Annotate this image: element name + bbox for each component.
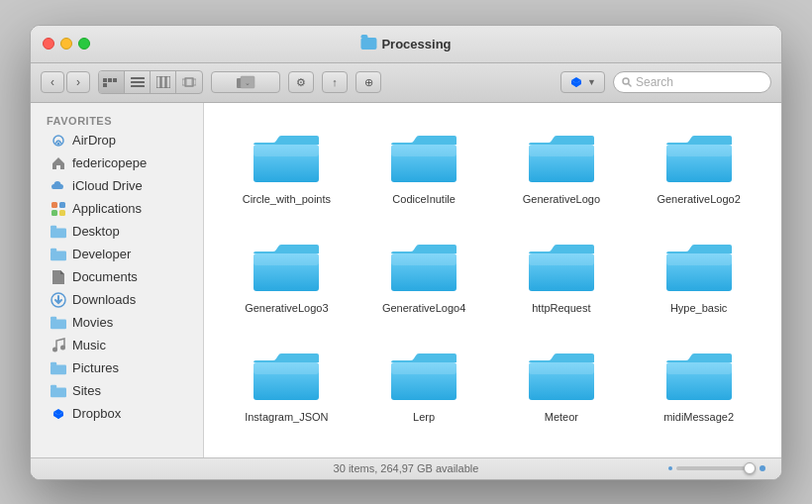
statusbar: 30 items, 264,97 GB available <box>31 457 781 479</box>
svg-rect-49 <box>666 145 732 156</box>
svg-rect-59 <box>254 362 319 374</box>
folder-icon-large <box>252 240 321 295</box>
path-icon: ⌄ <box>236 74 255 90</box>
list-icon <box>131 76 145 88</box>
file-name: midiMessage2 <box>663 410 734 424</box>
sidebar-item-label: AirDrop <box>72 133 116 148</box>
svg-rect-43 <box>254 145 319 156</box>
finder-window: Processing ‹ › <box>30 25 782 480</box>
sidebar-item-label: Documents <box>72 269 138 284</box>
dropbox-toolbar-button[interactable]: ▼ <box>560 71 605 93</box>
svg-rect-21 <box>59 202 65 208</box>
dropbox-chevron: ▼ <box>587 77 596 87</box>
file-name: Instagram_JSON <box>245 410 328 424</box>
svg-line-17 <box>629 84 632 87</box>
close-button[interactable] <box>43 38 54 50</box>
svg-rect-30 <box>51 319 66 329</box>
sidebar-item-applications[interactable]: Applications <box>35 198 199 220</box>
slider-max-icon <box>760 465 765 471</box>
search-box[interactable]: Search <box>613 71 771 93</box>
folder-icon-large <box>252 131 321 186</box>
svg-rect-55 <box>529 253 594 265</box>
columns-icon <box>156 76 170 88</box>
titlebar: Processing <box>31 26 781 63</box>
sidebar-item-developer[interactable]: Developer <box>35 244 199 265</box>
svg-point-19 <box>57 142 60 145</box>
svg-rect-2 <box>131 85 145 87</box>
sidebar-item-label: iCloud Drive <box>72 178 143 193</box>
content-area: Favorites AirDrop <box>31 103 781 457</box>
home-icon <box>51 155 66 171</box>
column-view-button[interactable] <box>151 71 176 93</box>
share-button[interactable]: ↑ <box>322 71 348 93</box>
back-button[interactable]: ‹ <box>41 71 64 93</box>
favorites-label: Favorites <box>31 111 203 129</box>
svg-rect-63 <box>529 362 594 374</box>
svg-rect-35 <box>51 361 56 365</box>
sidebar-item-dropbox[interactable]: Dropbox <box>35 403 199 425</box>
applications-icon <box>51 201 66 217</box>
path-button[interactable]: ⌄ <box>211 71 280 93</box>
sidebar-item-desktop[interactable]: Desktop <box>35 221 199 243</box>
svg-rect-47 <box>529 145 594 156</box>
file-item[interactable]: Hype_basic <box>632 232 765 333</box>
sidebar-item-label: Music <box>72 338 106 353</box>
svg-rect-22 <box>51 210 57 216</box>
file-item[interactable]: GenerativeLogo2 <box>632 123 765 224</box>
sidebar-item-sites[interactable]: Sites <box>35 380 199 402</box>
icon-view-button[interactable] <box>99 71 125 93</box>
sidebar-item-airdrop[interactable]: AirDrop <box>35 130 199 151</box>
main-content: Circle_with_points CodiceInutile <box>204 103 781 457</box>
svg-rect-36 <box>51 387 66 397</box>
folder-icon-large <box>389 349 458 404</box>
svg-rect-57 <box>666 253 732 265</box>
sidebar-item-icloud[interactable]: iCloud Drive <box>35 175 199 197</box>
svg-rect-20 <box>51 202 57 208</box>
file-item[interactable]: GenerativeLogo3 <box>220 232 354 333</box>
file-item[interactable]: Instagram_JSON <box>220 341 354 442</box>
file-item[interactable]: Circle_with_points <box>220 123 354 224</box>
forward-button[interactable]: › <box>66 71 90 93</box>
file-item[interactable]: httpRequest <box>495 232 629 333</box>
sidebar-item-home[interactable]: federicopepe <box>35 152 199 174</box>
grid-icon <box>99 74 124 91</box>
file-item[interactable]: Lerp <box>357 341 491 442</box>
file-name: httpRequest <box>532 301 590 315</box>
file-name: Hype_basic <box>670 301 727 315</box>
file-name: Meteor <box>545 410 578 424</box>
folder-icon-large <box>664 240 734 295</box>
file-item[interactable]: GenerativeLogo <box>495 123 629 224</box>
search-icon <box>622 77 632 87</box>
svg-rect-61 <box>391 362 457 374</box>
view-toggle <box>98 70 203 94</box>
list-view-button[interactable] <box>125 71 151 93</box>
traffic-lights <box>43 38 90 50</box>
sidebar-item-music[interactable]: Music <box>35 335 199 356</box>
sidebar-item-label: Dropbox <box>72 406 121 421</box>
maximize-button[interactable] <box>78 38 90 50</box>
action-button[interactable]: ⚙ <box>288 71 314 93</box>
svg-rect-26 <box>51 251 66 260</box>
folder-icon-large <box>389 131 458 186</box>
sidebar-item-label: Downloads <box>72 292 136 307</box>
sidebar-item-label: Movies <box>72 315 113 330</box>
sidebar-item-documents[interactable]: Documents <box>35 266 199 288</box>
svg-rect-37 <box>51 384 56 388</box>
file-item[interactable]: Meteor <box>495 341 629 442</box>
folder-icon-large <box>527 240 596 295</box>
slider-track[interactable] <box>676 466 756 470</box>
sidebar-item-movies[interactable]: Movies <box>35 312 199 334</box>
file-item[interactable]: GenerativeLogo4 <box>357 232 491 333</box>
file-item[interactable]: midiMessage2 <box>632 341 765 442</box>
slider-min-icon <box>668 466 672 470</box>
zoom-slider[interactable] <box>668 465 765 471</box>
minimize-button[interactable] <box>60 38 72 50</box>
tag-button[interactable]: ⊕ <box>355 71 381 93</box>
sidebar-item-downloads[interactable]: Downloads <box>35 289 199 311</box>
svg-rect-1 <box>131 81 145 83</box>
sidebar-item-pictures[interactable]: Pictures <box>35 357 199 379</box>
svg-point-33 <box>60 345 65 350</box>
file-item[interactable]: CodiceInutile <box>357 123 491 224</box>
slider-thumb[interactable] <box>744 462 756 474</box>
coverflow-view-button[interactable] <box>176 71 202 93</box>
